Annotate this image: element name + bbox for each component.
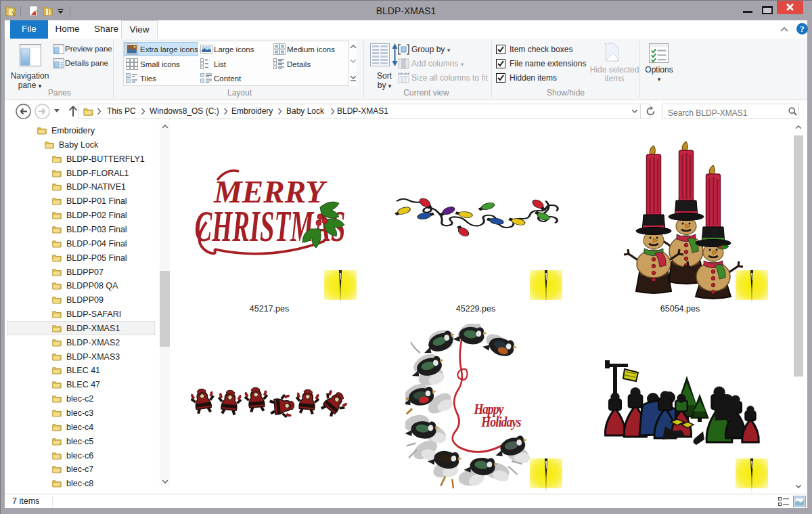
svg-text:Holidays: Holidays (480, 414, 521, 429)
